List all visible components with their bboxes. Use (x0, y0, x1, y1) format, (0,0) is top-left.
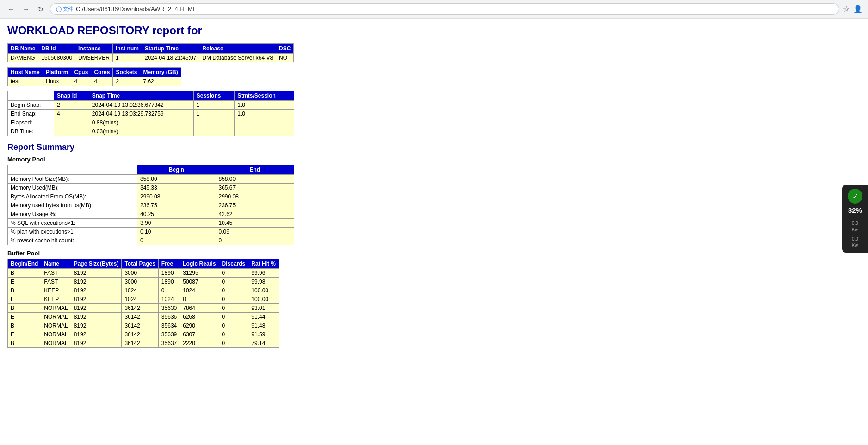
snap-id-header: Snap Id (54, 91, 89, 101)
elapsed-label: Elapsed: (8, 118, 54, 127)
cores-header: Cores (91, 68, 113, 77)
table-row: DAMENG 1505680300 DMSERVER 1 2024-04-18 … (8, 54, 294, 62)
url-text: C:/Users/86186/Downloads/AWR_2_4.HTML (76, 6, 196, 12)
table-row: BFAST81923000189031295099.96 (8, 269, 279, 278)
buffer-pool-table: Begin/EndNamePage Size(Bytes)Total Pages… (7, 259, 279, 348)
widget-check-icon: ✓ (848, 189, 862, 204)
table-row: % plan with executions>1:0.100.09 (8, 228, 294, 236)
begin-snap-label: Begin Snap: (8, 101, 54, 110)
release-cell: DM Database Server x64 V8 (199, 54, 276, 62)
report-title: WORKLOAD REPOSITORY report for (7, 24, 825, 37)
table-row: Memory Usage %:40.2542.62 (8, 210, 294, 219)
db-name-header: DB Name (8, 44, 38, 54)
end-sessions: 1 (193, 110, 234, 118)
table-row: Bytes Allocated From OS(MB):2990.082990.… (8, 192, 294, 201)
table-row: BKEEP81921024010240100.00 (8, 286, 279, 295)
table-row: DB Time: 0.03(mins) (8, 127, 294, 136)
table-row: Elapsed: 0.88(mins) (8, 118, 294, 127)
end-snap-label: End Snap: (8, 110, 54, 118)
host-name-header: Host Name (8, 68, 43, 77)
widget-speed-down: 0.0K/s (852, 236, 858, 249)
refresh-button[interactable]: ↻ (35, 4, 46, 15)
table-row: EKEEP81921024102400100.00 (8, 295, 279, 304)
address-bar[interactable]: ◯ 文件 C:/Users/86186/Downloads/AWR_2_4.HT… (50, 3, 839, 15)
sockets-header: Sockets (113, 68, 140, 77)
end-stmts: 1.0 (235, 110, 294, 118)
memory-cell: 7.62 (140, 77, 181, 86)
table-row: Begin Snap: 2 2024-04-19 13:02:36.677842… (8, 101, 294, 110)
begin-stmts: 1.0 (235, 101, 294, 110)
widget-divider-1 (846, 217, 864, 217)
snap-time-header: Snap Time (89, 91, 193, 101)
buffer-pool-title: Buffer Pool (7, 250, 825, 257)
table-row: BNORMAL819236142356307864093.01 (8, 304, 279, 313)
side-widget: ✓ 32% 0.0K/s 0.0K/s (842, 185, 868, 253)
startup-time-header: Startup Time (142, 44, 199, 54)
sessions-header: Sessions (193, 91, 234, 101)
snap-info-table: Snap Id Snap Time Sessions Stmts/Session… (7, 91, 294, 136)
dbtime-id (54, 127, 89, 136)
browser-actions: ☆ 👤 (843, 5, 862, 13)
begin-sessions: 1 (193, 101, 234, 110)
table-row: Memory Pool Size(MB):858.00858.00 (8, 175, 294, 184)
db-info-table: DB Name DB Id Instance Inst num Startup … (7, 43, 294, 62)
page-content: WORKLOAD REPOSITORY report for DB Name D… (0, 19, 833, 358)
table-row: BNORMAL819236142356372220079.14 (8, 339, 279, 348)
table-row: % rowset cache hit count:00 (8, 236, 294, 245)
widget-percent: 32% (848, 206, 862, 214)
db-name-cell: DAMENG (8, 54, 38, 62)
begin-snap-id: 2 (54, 101, 89, 110)
instance-header: Instance (75, 44, 113, 54)
elapsed-sessions (193, 118, 234, 127)
host-name-cell: test (8, 77, 43, 86)
table-row: Memory used bytes from os(MB):236.75236.… (8, 201, 294, 210)
dbtime-value: 0.03(mins) (89, 127, 193, 136)
elapsed-value: 0.88(mins) (89, 118, 193, 127)
report-summary-title: Report Summary (7, 142, 825, 152)
cpus-header: Cpus (71, 68, 91, 77)
end-snap-time: 2024-04-19 13:03:29.732759 (89, 110, 193, 118)
address-icon: ◯ 文件 (56, 6, 73, 12)
browser-chrome: ← → ↻ ◯ 文件 C:/Users/86186/Downloads/AWR_… (0, 0, 868, 19)
table-row: End Snap: 4 2024-04-19 13:03:29.732759 1… (8, 110, 294, 118)
dsc-cell: NO (276, 54, 294, 62)
memory-pool-table: Begin End Memory Pool Size(MB):858.00858… (7, 165, 294, 245)
table-row: BNORMAL819236142356346290091.48 (8, 321, 279, 330)
table-row: ENORMAL819236142356366268091.44 (8, 313, 279, 321)
platform-cell: Linux (43, 77, 71, 86)
elapsed-stmts (235, 118, 294, 127)
memory-header: Memory (GB) (140, 68, 181, 77)
table-row: % SQL with executions>1:3.9010.45 (8, 219, 294, 228)
table-row: EFAST81923000189050087099.98 (8, 278, 279, 286)
cpus-cell: 4 (71, 77, 91, 86)
memory-empty-header (8, 165, 137, 175)
db-id-header: DB Id (38, 44, 75, 54)
back-button[interactable]: ← (6, 4, 17, 15)
startup-time-cell: 2024-04-18 21:45:07 (142, 54, 199, 62)
dsc-header: DSC (276, 44, 294, 54)
cores-cell: 4 (91, 77, 113, 86)
dbtime-sessions (193, 127, 234, 136)
begin-snap-time: 2024-04-19 13:02:36.677842 (89, 101, 193, 110)
memory-pool-title: Memory Pool (7, 156, 825, 163)
dbtime-label: DB Time: (8, 127, 54, 136)
host-info-table: Host Name Platform Cpus Cores Sockets Me… (7, 67, 181, 86)
platform-header: Platform (43, 68, 71, 77)
release-header: Release (199, 44, 276, 54)
instance-cell: DMSERVER (75, 54, 113, 62)
snap-empty-header (8, 91, 54, 101)
inst-num-header: Inst num (112, 44, 142, 54)
elapsed-id (54, 118, 89, 127)
memory-end-header: End (216, 165, 294, 175)
sockets-cell: 2 (113, 77, 140, 86)
inst-num-cell: 1 (112, 54, 142, 62)
widget-speed-up: 0.0K/s (852, 220, 858, 233)
memory-begin-header: Begin (137, 165, 216, 175)
stmts-header: Stmts/Session (235, 91, 294, 101)
account-button[interactable]: 👤 (853, 5, 862, 13)
forward-button[interactable]: → (20, 4, 31, 15)
dbtime-stmts (235, 127, 294, 136)
table-row: ENORMAL819236142356396307091.59 (8, 330, 279, 339)
table-row: test Linux 4 4 2 7.62 (8, 77, 181, 86)
bookmark-button[interactable]: ☆ (843, 5, 849, 13)
